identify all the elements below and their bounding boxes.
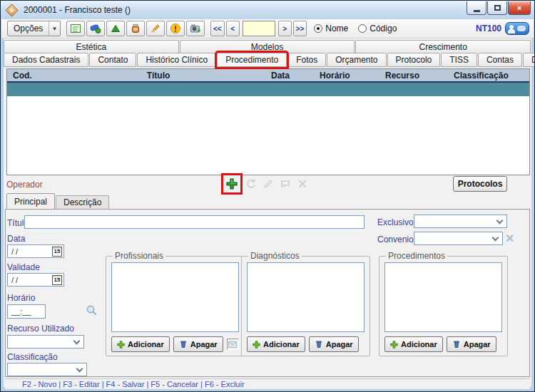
photo-add-icon <box>190 23 201 34</box>
record-form-button[interactable] <box>66 21 85 36</box>
sub-tab-strip: Principal Descrição <box>6 193 109 209</box>
alert-icon <box>170 23 181 34</box>
tab-dados-cadastrais[interactable]: Dados Cadastrais <box>4 53 88 67</box>
jar-icon <box>130 23 141 34</box>
recurso-utilizado-label: Recurso Utilizado <box>7 324 74 334</box>
recurso-select[interactable] <box>7 335 84 349</box>
medications-button[interactable] <box>86 21 105 36</box>
tab-docs[interactable]: Docs <box>523 53 535 67</box>
validade-value: / / <box>11 276 18 284</box>
radio-codigo[interactable]: Código <box>358 24 397 33</box>
envelope-icon <box>228 341 237 348</box>
medications-icon <box>90 23 101 34</box>
nav-last-button[interactable]: >> <box>293 21 307 36</box>
procedimentos-group: Procedimentos Adicionar Apagar <box>379 251 508 356</box>
top-tab-strip: Estética Modelos Crescimento <box>4 40 531 53</box>
tab-fotos[interactable]: Fotos <box>287 53 326 67</box>
procedimentos-listbox[interactable] <box>384 262 502 332</box>
column-data[interactable]: Data <box>265 71 314 81</box>
classificacao-select[interactable] <box>7 363 87 376</box>
app-window: 2000001 - Francisco teste () × Opções ▾ <box>0 0 535 392</box>
shortcut-help-text: F2 - Novo | F3 - Editar | F4 - Salvar | … <box>22 380 245 388</box>
tab-contas[interactable]: Contas <box>478 53 522 67</box>
minimize-icon <box>474 10 480 12</box>
tab-orcamento[interactable]: Orçamento <box>327 53 386 67</box>
search-mode-radios: Nome Código <box>314 24 397 33</box>
add-plus-icon <box>225 177 238 190</box>
maximize-icon <box>494 5 501 11</box>
refresh-icon-disabled <box>245 178 257 190</box>
search-icon[interactable] <box>86 304 98 316</box>
alert-button[interactable] <box>166 21 185 36</box>
data-field[interactable]: / / 15 <box>7 244 64 258</box>
procedimentos-delete-button[interactable]: Apagar <box>447 336 496 352</box>
tab-contato[interactable]: Contato <box>89 53 136 67</box>
jar-button[interactable] <box>126 21 145 36</box>
apagar-label: Apagar <box>464 340 491 349</box>
toolbar-icon-buttons <box>66 21 205 36</box>
radio-nome[interactable]: Nome <box>314 24 348 33</box>
nav-next-button[interactable]: > <box>278 21 292 36</box>
tab-principal[interactable]: Principal <box>6 193 55 209</box>
convenio-select[interactable] <box>414 232 503 245</box>
delete-icon-disabled <box>297 178 308 190</box>
main-tab-strip: Dados Cadastrais Contato Histórico Clíni… <box>4 53 531 67</box>
profissionais-listbox[interactable] <box>111 262 239 332</box>
diagnosticos-add-button[interactable]: Adicionar <box>247 336 305 352</box>
procedimentos-title: Procedimentos <box>386 251 447 261</box>
close-button[interactable]: × <box>508 1 531 15</box>
photo-add-button[interactable] <box>186 21 205 36</box>
calendar-icon[interactable]: 15 <box>52 275 62 285</box>
material-triangle-button[interactable] <box>106 21 125 36</box>
add-procedure-button[interactable] <box>224 176 240 192</box>
horario-field[interactable]: __:__ <box>7 304 46 319</box>
edit-pencil-button[interactable] <box>146 21 165 36</box>
tab-descricao[interactable]: Descrição <box>56 195 109 209</box>
column-classificacao[interactable]: Classificação <box>448 71 529 81</box>
protocols-button[interactable]: Protocolos <box>453 176 507 192</box>
add-plus-icon <box>117 341 125 349</box>
diagnosticos-title: Diagnósticos <box>248 251 302 261</box>
clear-convenio-icon[interactable]: ✕ <box>505 232 514 245</box>
tab-crescimento[interactable]: Crescimento <box>355 40 531 53</box>
column-horario[interactable]: Horário <box>314 71 379 81</box>
apagar-label: Apagar <box>326 340 353 349</box>
column-titulo[interactable]: Título <box>51 71 265 81</box>
table-header: Cod. Título Data Horário Recurso Classif… <box>7 69 529 83</box>
close-icon: × <box>517 4 521 12</box>
profissionais-delete-button[interactable]: Apagar <box>173 336 223 352</box>
tab-procedimento[interactable]: Procedimento <box>217 53 287 67</box>
trash-icon <box>179 340 188 349</box>
calendar-icon[interactable]: 15 <box>52 247 62 257</box>
chat-users-icon[interactable] <box>505 22 529 35</box>
app-icon <box>5 4 18 16</box>
classificacao-label: Classificação <box>7 352 58 362</box>
chevron-down-icon <box>76 365 83 372</box>
maximize-button[interactable] <box>487 1 507 15</box>
chevron-down-icon <box>73 337 81 344</box>
tab-tiss[interactable]: TISS <box>441 53 477 67</box>
column-cod[interactable]: Cod. <box>7 71 51 81</box>
tab-modelos[interactable]: Modelos <box>180 40 355 53</box>
validade-field[interactable]: / / 15 <box>7 273 64 287</box>
profissionais-add-button[interactable]: Adicionar <box>111 336 170 352</box>
minimize-button[interactable] <box>467 1 486 15</box>
add-plus-icon <box>390 341 398 349</box>
statusbar: F2 - Novo | F3 - Editar | F4 - Salvar | … <box>5 378 530 389</box>
procedimentos-add-button[interactable]: Adicionar <box>384 336 443 352</box>
exclusivo-select[interactable] <box>414 215 507 228</box>
titulo-input[interactable] <box>24 215 365 229</box>
column-recurso[interactable]: Recurso <box>379 71 448 81</box>
diagnosticos-delete-button[interactable]: Apagar <box>309 336 359 352</box>
tab-historico-clinico[interactable]: Histórico Clínico <box>137 53 216 67</box>
diagnosticos-listbox[interactable] <box>247 262 365 332</box>
options-button[interactable]: Opções ▾ <box>7 21 61 36</box>
nav-prev-button[interactable]: < <box>226 21 240 36</box>
nav-first-button[interactable]: << <box>210 21 225 36</box>
record-search-input[interactable] <box>243 21 275 36</box>
table-row[interactable] <box>7 83 529 96</box>
tab-protocolo[interactable]: Protocolo <box>387 53 441 67</box>
mail-button-disabled[interactable] <box>227 339 239 350</box>
tab-estetica[interactable]: Estética <box>4 40 179 53</box>
procedures-table: Cod. Título Data Horário Recurso Classif… <box>6 68 530 175</box>
